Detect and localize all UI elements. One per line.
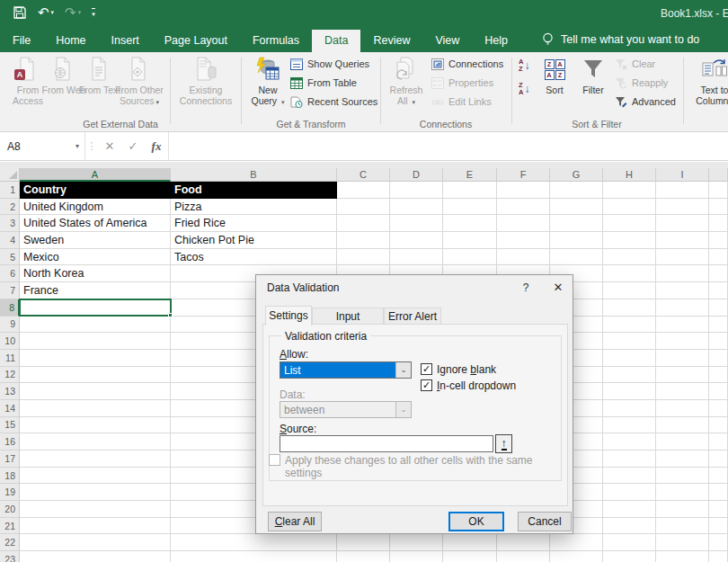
new-query-button[interactable]: New Query ▾ bbox=[247, 54, 289, 113]
cell-J7[interactable] bbox=[709, 282, 728, 299]
cell-A21[interactable] bbox=[20, 518, 171, 535]
column-header-B[interactable]: B bbox=[171, 168, 337, 182]
ok-button[interactable]: OK bbox=[448, 512, 504, 531]
cell-F2[interactable] bbox=[497, 199, 550, 216]
redo-button[interactable]: ↷▾ bbox=[65, 4, 81, 21]
cell-J12[interactable] bbox=[709, 367, 728, 384]
apply-changes-checkbox[interactable] bbox=[269, 454, 280, 466]
reapply-filter-button[interactable]: Reapply bbox=[615, 75, 676, 91]
cell-G23[interactable] bbox=[550, 551, 603, 562]
save-button[interactable] bbox=[13, 5, 27, 20]
enter-entry-button[interactable]: ✓ bbox=[121, 132, 145, 160]
cell-E22[interactable] bbox=[443, 534, 497, 551]
fill-handle[interactable] bbox=[168, 313, 173, 317]
cell-H21[interactable] bbox=[603, 518, 656, 535]
cell-J16[interactable] bbox=[709, 433, 728, 450]
cell-E5[interactable] bbox=[443, 249, 497, 266]
cell-A17[interactable] bbox=[20, 450, 171, 468]
undo-button[interactable]: ↶▾ bbox=[38, 4, 54, 21]
filter-button[interactable]: Filter bbox=[575, 54, 611, 113]
cell-D4[interactable] bbox=[390, 232, 443, 249]
cell-I5[interactable] bbox=[656, 249, 709, 266]
cell-A6[interactable]: North Korea bbox=[20, 265, 171, 282]
cell-A5[interactable]: Mexico bbox=[20, 249, 171, 266]
cell-H17[interactable] bbox=[603, 450, 656, 468]
cell-J15[interactable] bbox=[709, 417, 728, 434]
cell-F5[interactable] bbox=[497, 249, 550, 266]
cell-A12[interactable] bbox=[20, 367, 171, 384]
cell-J21[interactable] bbox=[709, 518, 728, 535]
row-header-18[interactable]: 18 bbox=[0, 468, 20, 485]
column-header-A[interactable]: A bbox=[20, 168, 171, 182]
tab-help[interactable]: Help bbox=[472, 30, 520, 52]
tab-formulas[interactable]: Formulas bbox=[240, 30, 312, 52]
cell-B3[interactable]: Fried Rice bbox=[171, 215, 337, 232]
cell-J6[interactable] bbox=[709, 265, 728, 282]
tab-error-alert[interactable]: Error Alert bbox=[384, 308, 441, 325]
cell-B23[interactable] bbox=[171, 551, 337, 562]
cell-I3[interactable] bbox=[656, 215, 709, 232]
row-header-10[interactable]: 10 bbox=[0, 333, 20, 350]
cell-C22[interactable] bbox=[337, 534, 390, 551]
cell-G1[interactable] bbox=[550, 182, 603, 199]
refresh-all-button[interactable]: Refresh All ▾ bbox=[385, 54, 428, 113]
column-header-F[interactable]: F bbox=[497, 168, 550, 182]
cell-C1[interactable] bbox=[337, 182, 390, 199]
cell-B4[interactable]: Chicken Pot Pie bbox=[171, 232, 337, 249]
cell-A19[interactable] bbox=[20, 484, 171, 501]
cell-I20[interactable] bbox=[656, 501, 709, 518]
cancel-entry-button[interactable]: ✕ bbox=[98, 132, 121, 160]
cell-B22[interactable] bbox=[171, 534, 337, 551]
cell-I17[interactable] bbox=[656, 450, 709, 468]
cell-H14[interactable] bbox=[603, 400, 656, 417]
cell-H15[interactable] bbox=[603, 417, 656, 434]
dialog-close-button[interactable]: ✕ bbox=[546, 279, 571, 297]
cell-E23[interactable] bbox=[443, 551, 497, 562]
cell-J2[interactable] bbox=[709, 199, 728, 216]
cell-F22[interactable] bbox=[497, 534, 550, 551]
cell-J13[interactable] bbox=[709, 383, 728, 400]
cell-H1[interactable] bbox=[603, 182, 656, 199]
cell-J8[interactable] bbox=[709, 299, 728, 317]
cell-F1[interactable] bbox=[497, 182, 550, 199]
cell-J23[interactable] bbox=[709, 551, 728, 562]
sort-descending-button[interactable]: ZA↓ bbox=[516, 79, 532, 99]
formula-bar-grip[interactable]: ⋮ bbox=[85, 132, 98, 160]
row-header-14[interactable]: 14 bbox=[0, 400, 20, 417]
tell-me-box[interactable]: Tell me what you want to do bbox=[533, 28, 708, 52]
cell-H20[interactable] bbox=[603, 501, 656, 518]
source-input[interactable] bbox=[280, 435, 493, 452]
row-header-1[interactable]: 1 bbox=[0, 182, 20, 199]
tab-data[interactable]: Data bbox=[312, 30, 360, 52]
cell-F3[interactable] bbox=[497, 215, 550, 232]
tab-page-layout[interactable]: Page Layout bbox=[152, 30, 240, 52]
cell-I6[interactable] bbox=[656, 265, 709, 282]
allow-dropdown[interactable]: List ⌄ bbox=[280, 361, 412, 379]
cell-A11[interactable] bbox=[20, 350, 171, 367]
cell-H7[interactable] bbox=[603, 282, 656, 299]
tab-settings[interactable]: Settings bbox=[265, 306, 312, 326]
dialog-help-button[interactable]: ? bbox=[513, 279, 538, 297]
cell-A3[interactable]: United States of America bbox=[20, 215, 171, 232]
column-header-I[interactable]: I bbox=[656, 168, 709, 182]
row-header-3[interactable]: 3 bbox=[0, 215, 20, 232]
from-table-button[interactable]: From Table bbox=[290, 75, 377, 91]
cell-E4[interactable] bbox=[443, 232, 497, 249]
cell-I13[interactable] bbox=[656, 383, 709, 400]
cell-I15[interactable] bbox=[656, 417, 709, 434]
cell-H3[interactable] bbox=[603, 215, 656, 232]
cell-I22[interactable] bbox=[656, 534, 709, 551]
cell-D2[interactable] bbox=[390, 199, 443, 216]
properties-button[interactable]: Properties bbox=[431, 75, 503, 91]
row-header-22[interactable]: 22 bbox=[0, 534, 20, 551]
cell-G3[interactable] bbox=[550, 215, 603, 232]
show-queries-button[interactable]: Show Queries bbox=[290, 56, 377, 72]
row-header-17[interactable]: 17 bbox=[0, 450, 20, 468]
column-header-D[interactable]: D bbox=[390, 168, 443, 182]
sort-button[interactable]: ZAAZ Sort bbox=[537, 54, 572, 113]
column-header-H[interactable]: H bbox=[603, 168, 656, 182]
cell-A1[interactable]: Country bbox=[20, 182, 171, 199]
row-header-21[interactable]: 21 bbox=[0, 518, 20, 535]
cell-H8[interactable] bbox=[603, 299, 656, 317]
incell-dropdown-checkbox[interactable]: ✓ bbox=[421, 379, 432, 391]
